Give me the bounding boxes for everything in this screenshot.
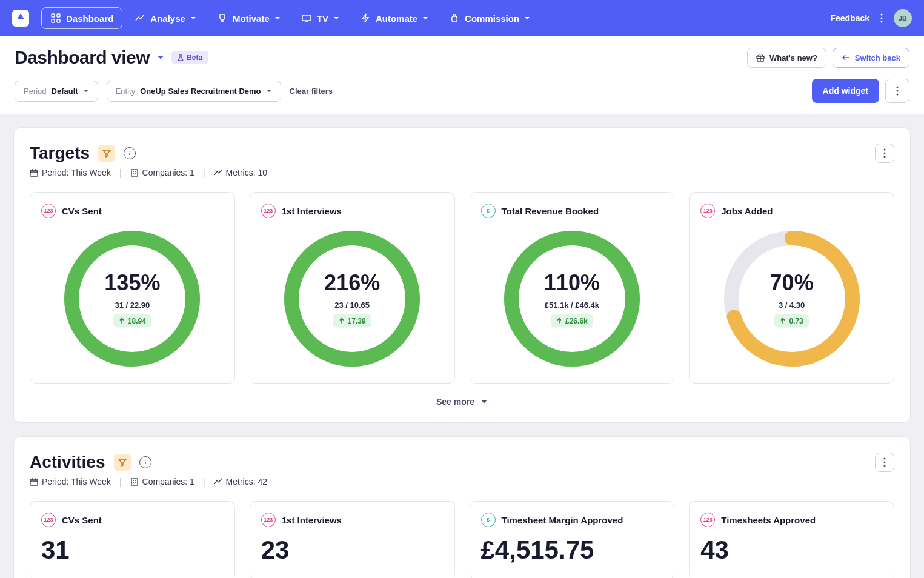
currency-icon: £ xyxy=(481,204,496,218)
svg-point-10 xyxy=(897,87,899,88)
donut-percent: 110% xyxy=(544,270,600,296)
donut-fraction: 23 / 10.65 xyxy=(334,301,370,310)
target-card-title: 1st Interviews xyxy=(282,206,342,216)
svg-rect-4 xyxy=(302,15,311,21)
svg-rect-1 xyxy=(57,14,60,17)
activities-metrics-meta: Metrics: 42 xyxy=(214,477,267,487)
chevron-down-icon xyxy=(524,15,530,21)
activities-title: Activities xyxy=(30,453,105,472)
chart-icon xyxy=(135,13,145,24)
chevron-down-icon xyxy=(274,15,281,21)
header-bar: Dashboard view Beta What's new? Switch b… xyxy=(0,36,924,114)
number-icon: 123 xyxy=(41,513,56,527)
svg-point-29 xyxy=(884,462,886,463)
targets-info-button[interactable] xyxy=(124,147,136,159)
nav-motivate[interactable]: Motivate xyxy=(208,8,289,28)
nav-label: Commission xyxy=(465,13,519,24)
activity-value: 43 xyxy=(700,536,883,565)
svg-point-11 xyxy=(897,90,899,92)
svg-rect-2 xyxy=(52,19,55,22)
activities-companies-meta: Companies: 1 xyxy=(130,477,194,487)
feedback-link[interactable]: Feedback xyxy=(830,13,869,23)
nav-tv[interactable]: TV xyxy=(293,8,348,28)
nav-items: Dashboard Analyse Motivate TV Automate C… xyxy=(41,7,830,29)
svg-rect-27 xyxy=(131,479,138,485)
nav-automate[interactable]: Automate xyxy=(351,8,437,28)
activity-card-title: 1st Interviews xyxy=(282,515,342,525)
switch-back-button[interactable]: Switch back xyxy=(833,48,909,68)
add-widget-button[interactable]: Add widget xyxy=(812,79,879,103)
content: Targets Period: This Week | Companies: 1… xyxy=(0,114,924,578)
activity-card-title: CVs Sent xyxy=(62,515,102,525)
target-card[interactable]: £ Total Revenue Booked 110% £51.1k / £46… xyxy=(470,192,675,384)
activity-value: 23 xyxy=(261,536,444,565)
svg-point-7 xyxy=(881,21,883,23)
donut-chart: 70% 3 / 4.30 0.73 xyxy=(722,229,862,368)
svg-point-5 xyxy=(881,14,883,16)
number-icon: 123 xyxy=(261,513,276,527)
svg-rect-0 xyxy=(52,14,55,17)
period-filter[interactable]: Period Default xyxy=(15,81,98,102)
targets-title: Targets xyxy=(30,144,90,163)
donut-fraction: 31 / 22.90 xyxy=(115,301,150,310)
donut-chart: 110% £51.1k / £46.4k £26.6k xyxy=(502,229,642,368)
target-card[interactable]: 123 1st Interviews 216% 23 / 10.65 17.39 xyxy=(250,192,455,384)
nav-dashboard[interactable]: Dashboard xyxy=(41,7,122,29)
donut-fraction: 3 / 4.30 xyxy=(779,301,805,310)
activity-card[interactable]: 123 Timesheets Approved 43 xyxy=(689,501,894,578)
more-menu-icon[interactable] xyxy=(880,13,883,23)
donut-delta: 18.94 xyxy=(113,314,151,328)
period-value: Default xyxy=(52,87,78,96)
target-card-title: CVs Sent xyxy=(62,206,102,216)
svg-point-6 xyxy=(881,18,883,19)
donut-delta: 17.39 xyxy=(333,314,371,328)
grid-icon xyxy=(50,13,61,24)
beta-badge: Beta xyxy=(171,51,208,64)
target-card[interactable]: 123 CVs Sent 135% 31 / 22.90 18.94 xyxy=(30,192,235,384)
nav-label: TV xyxy=(317,13,328,24)
nav-analyse[interactable]: Analyse xyxy=(126,8,205,28)
activities-filter-button[interactable] xyxy=(114,454,131,471)
activity-card[interactable]: 123 1st Interviews 23 xyxy=(250,501,455,578)
avatar[interactable]: JB xyxy=(894,9,912,27)
donut-percent: 70% xyxy=(770,270,814,296)
trophy-icon xyxy=(217,13,228,24)
widget-more-button[interactable] xyxy=(885,79,909,103)
svg-rect-26 xyxy=(30,479,38,485)
targets-metrics-meta: Metrics: 10 xyxy=(214,168,267,178)
target-card[interactable]: 123 Jobs Added 70% 3 / 4.30 0.73 xyxy=(689,192,894,384)
target-card-title: Total Revenue Booked xyxy=(502,206,599,216)
targets-period-meta: Period: This Week xyxy=(30,168,111,178)
entity-label: Entity xyxy=(116,87,136,96)
activities-info-button[interactable] xyxy=(139,456,151,468)
clear-filters[interactable]: Clear filters xyxy=(290,87,333,96)
targets-filter-button[interactable] xyxy=(98,145,115,162)
activity-value: 31 xyxy=(41,536,224,565)
number-icon: 123 xyxy=(700,204,715,218)
logo-icon[interactable] xyxy=(12,10,29,27)
activity-card[interactable]: 123 CVs Sent 31 xyxy=(30,501,235,578)
targets-see-more[interactable]: See more xyxy=(30,397,894,407)
gift-icon xyxy=(756,53,765,62)
chevron-down-icon xyxy=(333,15,339,21)
entity-filter[interactable]: Entity OneUp Sales Recruitment Demo xyxy=(107,81,281,102)
activity-card-title: Timesheets Approved xyxy=(721,515,816,525)
title-dropdown[interactable] xyxy=(157,54,164,61)
page-title: Dashboard view xyxy=(15,47,150,68)
donut-delta: 0.73 xyxy=(774,314,808,328)
targets-more-button[interactable] xyxy=(875,144,894,163)
svg-rect-14 xyxy=(131,170,138,176)
nav-commission[interactable]: Commission xyxy=(440,8,539,28)
period-label: Period xyxy=(24,87,47,96)
bolt-icon xyxy=(360,13,371,24)
top-nav: Dashboard Analyse Motivate TV Automate C… xyxy=(0,0,924,36)
svg-rect-3 xyxy=(57,19,60,22)
activities-more-button[interactable] xyxy=(875,453,894,472)
activity-value: £4,515.75 xyxy=(481,536,663,565)
nav-label: Dashboard xyxy=(66,13,113,24)
donut-delta: £26.6k xyxy=(551,314,593,328)
donut-chart: 216% 23 / 10.65 17.39 xyxy=(282,229,422,368)
activity-card[interactable]: £ Timesheet Margin Approved £4,515.75 xyxy=(470,501,675,578)
activities-period-meta: Period: This Week xyxy=(30,477,111,487)
whats-new-button[interactable]: What's new? xyxy=(747,48,826,68)
